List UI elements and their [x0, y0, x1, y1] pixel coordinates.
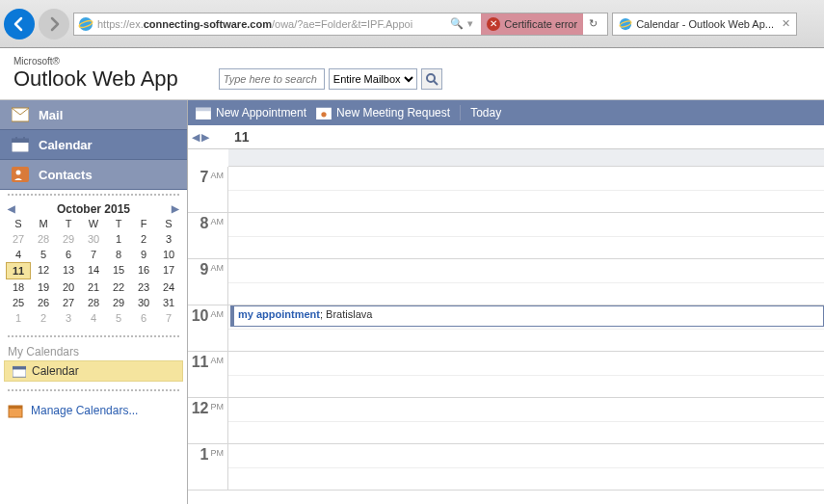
time-cell[interactable]: my appointment; Bratislava: [228, 305, 824, 351]
back-button[interactable]: [4, 9, 35, 40]
mini-cal-day[interactable]: 27: [6, 231, 31, 247]
appointment[interactable]: my appointment; Bratislava: [230, 305, 824, 327]
mini-cal-day[interactable]: 25: [6, 295, 31, 310]
mini-cal-day[interactable]: 17: [156, 262, 181, 279]
time-label: 8AM: [188, 213, 228, 258]
time-row[interactable]: 8AM: [188, 213, 824, 259]
address-bar[interactable]: https://ex.connecting-software.com/owa/?…: [73, 13, 608, 36]
time-cell[interactable]: [228, 259, 824, 305]
mini-cal-day[interactable]: 2: [131, 231, 156, 247]
mini-cal-day[interactable]: 5: [31, 247, 56, 262]
mini-cal-day[interactable]: 11: [6, 262, 31, 279]
sidebar-item-calendar[interactable]: Calendar: [0, 130, 187, 160]
mini-cal-day[interactable]: 6: [131, 310, 156, 326]
mini-cal-day[interactable]: 30: [131, 295, 156, 310]
mini-cal-day[interactable]: 3: [156, 231, 181, 247]
search-input[interactable]: [219, 68, 325, 90]
mini-cal-day[interactable]: 18: [6, 279, 31, 295]
time-row[interactable]: 12PM: [188, 398, 824, 444]
new-meeting-button[interactable]: New Meeting Request: [316, 106, 450, 119]
mini-cal-day[interactable]: 27: [56, 295, 81, 310]
mini-cal-day[interactable]: 20: [56, 279, 81, 295]
time-cell[interactable]: [228, 352, 824, 397]
time-cell[interactable]: [228, 167, 824, 212]
button-label: Today: [470, 106, 501, 119]
calendar-icon: [12, 137, 29, 152]
mini-cal-day[interactable]: 7: [156, 310, 181, 326]
time-row[interactable]: 7AM: [188, 167, 824, 213]
url-prefix: https://ex.: [97, 18, 144, 30]
mini-cal-day[interactable]: 29: [56, 231, 81, 247]
prev-day-button[interactable]: ◀: [192, 131, 199, 144]
mini-cal-day[interactable]: 15: [106, 262, 131, 279]
time-row[interactable]: 9AM: [188, 259, 824, 305]
forward-button[interactable]: [39, 9, 69, 40]
url-domain: connecting-software.com: [144, 18, 272, 30]
search-scope-select[interactable]: Entire Mailbox: [329, 68, 417, 90]
new-appointment-button[interactable]: New Appointment: [196, 106, 306, 119]
mini-cal-day[interactable]: 8: [106, 247, 131, 262]
time-cell[interactable]: [228, 444, 824, 490]
button-label: New Appointment: [216, 106, 306, 119]
mini-cal-day[interactable]: 2: [31, 310, 56, 326]
mini-cal-dow: T: [56, 216, 81, 231]
next-day-button[interactable]: ▶: [201, 131, 209, 144]
manage-calendars-link[interactable]: Manage Calendars...: [0, 395, 187, 426]
cert-error-text: Certificate error: [504, 18, 577, 30]
mini-cal-day[interactable]: 24: [156, 279, 181, 295]
sidebar-item-mail[interactable]: Mail: [0, 100, 187, 130]
search-icon[interactable]: 🔍: [450, 17, 464, 30]
ms-label: Microsoft®: [13, 56, 178, 66]
browser-tab[interactable]: Calendar - Outlook Web Ap... ✕: [612, 13, 797, 36]
close-icon[interactable]: ✕: [782, 17, 790, 30]
mini-cal-day[interactable]: 14: [81, 262, 106, 279]
mini-cal-day[interactable]: 16: [131, 262, 156, 279]
mini-cal-day[interactable]: 26: [31, 295, 56, 310]
mini-cal-day[interactable]: 12: [31, 262, 56, 279]
mini-cal-title: October 2015: [57, 202, 130, 216]
mini-cal-day[interactable]: 19: [31, 279, 56, 295]
mini-cal-day[interactable]: 21: [81, 279, 106, 295]
mini-cal-day[interactable]: 4: [81, 310, 106, 326]
mini-cal-day[interactable]: 28: [31, 231, 56, 247]
time-cell[interactable]: [228, 213, 824, 258]
time-row[interactable]: 10AMmy appointment; Bratislava: [188, 305, 824, 352]
mini-cal-day[interactable]: 1: [106, 231, 131, 247]
mini-cal-day[interactable]: 9: [131, 247, 156, 262]
mini-cal-day[interactable]: 7: [81, 247, 106, 262]
prev-month-button[interactable]: ◀: [6, 201, 17, 216]
sidebar-item-contacts[interactable]: Contacts: [0, 160, 187, 190]
mini-cal-day[interactable]: 29: [106, 295, 131, 310]
mini-calendar: ◀ October 2015 ▶ SMTWTFS 272829301234567…: [0, 199, 187, 332]
calendar-list-item[interactable]: Calendar: [4, 360, 183, 382]
mini-cal-day[interactable]: 23: [131, 279, 156, 295]
contacts-icon: [12, 167, 29, 182]
time-grid: 7AM8AM9AM10AMmy appointment; Bratislava1…: [188, 167, 824, 504]
mini-cal-day[interactable]: 30: [81, 231, 106, 247]
svg-rect-18: [196, 108, 211, 112]
next-month-button[interactable]: ▶: [170, 201, 181, 216]
sidebar: Mail Calendar Contacts ◀ October 2015 ▶ …: [0, 100, 188, 504]
time-row[interactable]: 1PM: [188, 444, 824, 491]
mini-cal-day[interactable]: 1: [6, 310, 31, 326]
search-button[interactable]: [421, 68, 442, 90]
separator: [8, 335, 179, 337]
mini-cal-day[interactable]: 3: [56, 310, 81, 326]
mini-cal-day[interactable]: 22: [106, 279, 131, 295]
mini-cal-day[interactable]: 13: [56, 262, 81, 279]
app-title: Outlook Web App: [13, 66, 178, 92]
certificate-error-badge[interactable]: ✕ Certificate error: [481, 13, 583, 35]
calendar-name: Calendar: [32, 364, 79, 378]
nav-label: Calendar: [39, 138, 93, 152]
mini-cal-day[interactable]: 4: [6, 247, 31, 262]
today-button[interactable]: Today: [470, 106, 501, 119]
refresh-icon[interactable]: ↻: [589, 17, 598, 30]
mini-cal-day[interactable]: 10: [156, 247, 181, 262]
mini-cal-day[interactable]: 28: [81, 295, 106, 310]
time-row[interactable]: 11AM: [188, 352, 824, 398]
allday-row[interactable]: [228, 149, 824, 167]
mini-cal-day[interactable]: 5: [106, 310, 131, 326]
mini-cal-day[interactable]: 31: [156, 295, 181, 310]
mini-cal-day[interactable]: 6: [56, 247, 81, 262]
time-cell[interactable]: [228, 398, 824, 443]
